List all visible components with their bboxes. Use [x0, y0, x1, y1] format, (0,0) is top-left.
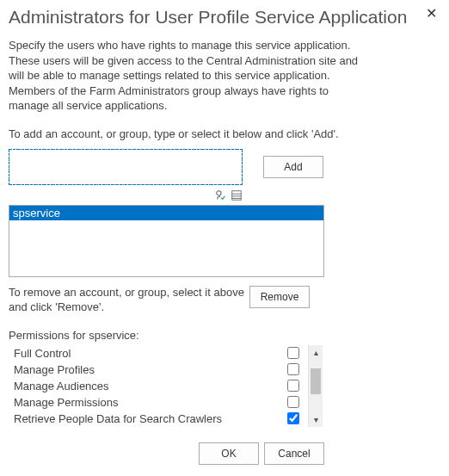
permission-row: Manage Profiles	[9, 362, 308, 378]
permission-label: Manage Audiences	[14, 380, 287, 393]
add-button[interactable]: Add	[263, 156, 323, 178]
permission-label: Full Control	[14, 347, 287, 360]
remove-instruction: To remove an account, or group, select i…	[9, 286, 249, 315]
permission-row: Retrieve People Data for Search Crawlers	[9, 411, 308, 427]
ok-button[interactable]: OK	[199, 442, 259, 465]
permission-label: Manage Profiles	[14, 363, 287, 376]
cancel-button[interactable]: Cancel	[264, 442, 324, 465]
svg-point-0	[217, 190, 221, 195]
dialog-title: Administrators for User Profile Service …	[9, 7, 422, 28]
scroll-track[interactable]	[309, 360, 323, 412]
check-names-icon[interactable]	[215, 189, 227, 201]
permissions-list: Full ControlManage ProfilesManage Audien…	[9, 345, 308, 427]
scroll-up-icon[interactable]: ▴	[309, 345, 323, 360]
permission-row: Full Control	[9, 345, 308, 362]
remove-button[interactable]: Remove	[249, 286, 310, 308]
permission-label: Retrieve People Data for Search Crawlers	[14, 412, 287, 425]
permission-label: Manage Permissions	[14, 396, 287, 409]
permission-checkbox[interactable]	[287, 363, 299, 375]
permission-row: Manage Audiences	[9, 378, 308, 394]
permission-checkbox[interactable]	[287, 347, 299, 359]
account-input[interactable]	[9, 149, 243, 185]
permission-row: Manage Permissions	[9, 394, 308, 411]
scroll-down-icon[interactable]: ▾	[309, 412, 323, 427]
add-instruction: To add an account, or group, type or sel…	[9, 127, 440, 140]
list-item[interactable]: spservice	[9, 206, 323, 220]
permission-checkbox[interactable]	[287, 412, 299, 424]
permission-checkbox[interactable]	[287, 380, 299, 392]
browse-icon[interactable]	[231, 189, 243, 201]
scroll-thumb[interactable]	[311, 368, 321, 394]
permissions-header: Permissions for spservice:	[9, 329, 440, 342]
permission-checkbox[interactable]	[287, 396, 299, 408]
close-icon[interactable]: ✕	[422, 7, 440, 21]
dialog-description: Specify the users who have rights to man…	[9, 38, 370, 114]
accounts-listbox[interactable]: spservice	[9, 205, 324, 277]
permissions-scrollbar[interactable]: ▴ ▾	[308, 345, 323, 427]
